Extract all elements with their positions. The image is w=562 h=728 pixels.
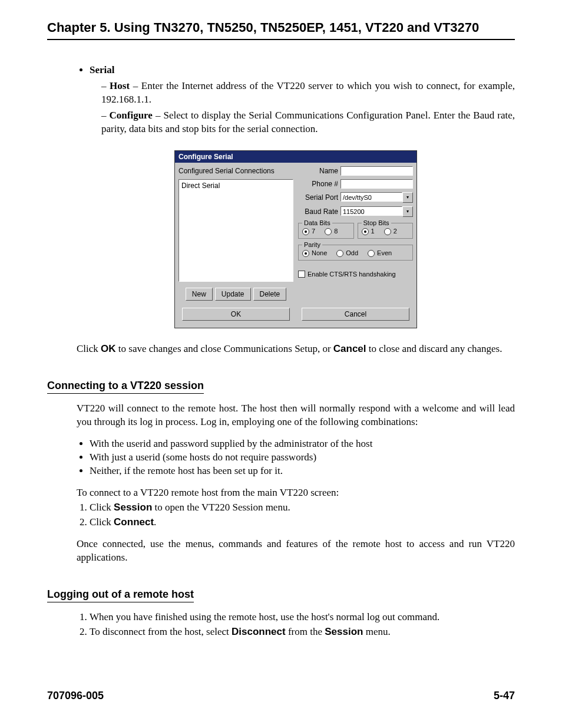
configure-serial-dialog: Configure Serial Configured Serial Conne… xyxy=(174,150,417,329)
parity-odd-radio[interactable]: Odd xyxy=(336,249,358,258)
name-label: Name xyxy=(298,166,338,176)
connect-bullet-1: With the userid and password supplied by… xyxy=(90,437,515,451)
connect-intro: VT220 will connect to the remote host. T… xyxy=(77,402,515,429)
update-button[interactable]: Update xyxy=(215,288,251,301)
connect-bullet-3: Neither, if the remote host has been set… xyxy=(90,465,515,478)
serialport-dropdown-icon[interactable]: ▾ xyxy=(402,192,413,203)
logout-heading: Logging out of a remote host xyxy=(47,588,194,602)
connect-outro: Once connected, use the menus, commands … xyxy=(77,538,515,565)
connect-bullet-2: With just a userid (some hosts do not re… xyxy=(90,451,515,465)
phone-input[interactable] xyxy=(340,179,413,189)
doc-number: 707096-005 xyxy=(47,690,104,702)
cancel-button[interactable]: Cancel xyxy=(302,308,409,321)
list-item[interactable]: Direct Serial xyxy=(181,181,290,190)
chapter-header: Chapter 5. Using TN3270, TN5250, TN5250E… xyxy=(47,20,515,40)
stopbits-legend: Stop Bits xyxy=(362,219,391,228)
serial-configure-item: Configure – Select to display the Serial… xyxy=(101,109,515,136)
serial-host-item: Host – Enter the Internet address of the… xyxy=(101,80,515,107)
connect-step-1: Click Session to open the VT220 Session … xyxy=(90,501,515,515)
databits-group: Data Bits 7 8 xyxy=(298,223,354,239)
parity-group: Parity None Odd Even xyxy=(298,245,413,261)
databits-legend: Data Bits xyxy=(302,219,332,228)
stopbits-group: Stop Bits 1 2 xyxy=(358,223,414,239)
page-number: 5-47 xyxy=(494,690,515,702)
parity-even-radio[interactable]: Even xyxy=(368,249,392,258)
connect-lead2: To connect to a VT220 remote host from t… xyxy=(77,486,515,500)
serial-label: Serial xyxy=(90,64,115,75)
baudrate-dropdown-icon[interactable]: ▾ xyxy=(402,206,413,217)
parity-none-radio[interactable]: None xyxy=(302,249,327,258)
baudrate-label: Baud Rate xyxy=(298,207,338,216)
logout-step-2: To disconnect from the host, select Disc… xyxy=(90,625,515,639)
parity-legend: Parity xyxy=(302,241,322,249)
after-dialog-text: Click OK to save changes and close Commu… xyxy=(77,342,515,356)
stopbits-1-radio[interactable]: 1 xyxy=(362,227,375,236)
connections-listbox[interactable]: Direct Serial xyxy=(178,179,293,282)
databits-7-radio[interactable]: 7 xyxy=(302,227,315,236)
connecting-heading: Connecting to a VT220 session xyxy=(47,380,204,394)
stopbits-2-radio[interactable]: 2 xyxy=(384,227,397,236)
delete-button[interactable]: Delete xyxy=(253,288,287,301)
new-button[interactable]: New xyxy=(186,288,213,301)
connect-step-2: Click Connect. xyxy=(90,516,515,529)
databits-8-radio[interactable]: 8 xyxy=(325,227,338,236)
baudrate-input[interactable]: 115200 xyxy=(340,206,402,216)
ok-button[interactable]: OK xyxy=(182,308,290,321)
serialport-label: Serial Port xyxy=(298,193,338,202)
dialog-title: Configure Serial xyxy=(175,151,416,163)
configured-connections-label: Configured Serial Connections xyxy=(178,166,293,176)
phone-label: Phone # xyxy=(298,179,338,189)
serial-list: Serial Host – Enter the Internet address… xyxy=(90,64,515,136)
logout-step-1: When you have finished using the remote … xyxy=(90,611,515,624)
name-input[interactable] xyxy=(340,166,413,176)
serialport-input[interactable]: /dev/ttyS0 xyxy=(340,192,402,202)
checkbox-icon xyxy=(298,271,305,278)
handshake-checkbox[interactable]: Enable CTS/RTS handshaking xyxy=(298,270,413,279)
